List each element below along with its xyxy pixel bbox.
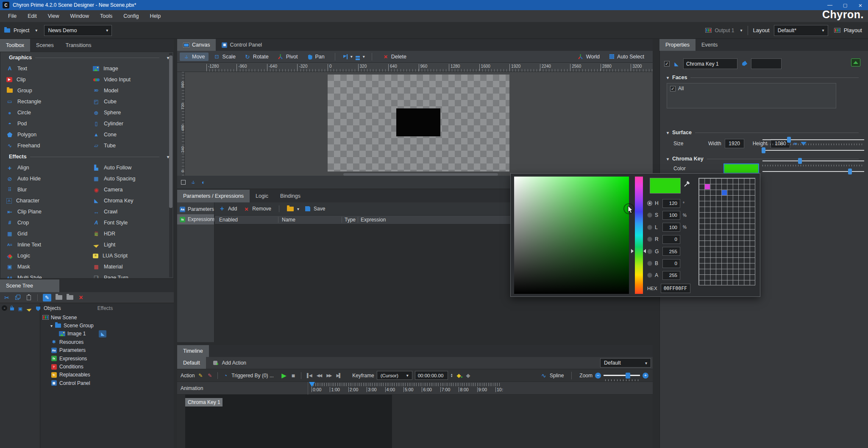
toolbox-item-cone[interactable]: ▲Cone — [87, 129, 173, 140]
chroma-key-badge-icon[interactable]: ◣ — [99, 330, 106, 337]
toolbox-item-camera[interactable]: ◉Camera — [87, 184, 173, 195]
import-folder-icon[interactable] — [56, 295, 62, 300]
delete-button[interactable]: ×Delete — [379, 53, 410, 61]
zoom-out-icon[interactable]: − — [595, 373, 601, 379]
parameters-side-button[interactable]: Aa Parameters — [177, 204, 214, 214]
layout-select[interactable]: Default*▾ — [774, 25, 828, 36]
hide-all-icon[interactable]: × — [2, 305, 7, 311]
add-button[interactable]: Add — [228, 206, 237, 212]
toolbox-item-polygon[interactable]: Polygon — [0, 129, 87, 140]
load-folder-icon[interactable] — [287, 207, 294, 211]
tree-item-conditions[interactable]: ?Conditions — [40, 362, 174, 371]
scene-image-object[interactable] — [396, 108, 440, 136]
timeline-tab[interactable]: Timeline — [177, 345, 209, 357]
toolbox-item-mask[interactable]: ▣Mask — [0, 261, 87, 272]
width-field[interactable]: 1920 — [725, 139, 744, 148]
hex-field[interactable]: 00FF00FF — [661, 284, 690, 293]
toolbox-item-blur[interactable]: ⠿Blur — [0, 184, 87, 195]
toolbox-item-pod[interactable]: ◓Pod — [0, 118, 87, 129]
saved-swatch[interactable] — [722, 190, 727, 195]
toolbox-scrollbar[interactable] — [169, 53, 172, 277]
next-keyframe-icon[interactable]: ▶▶ — [325, 373, 332, 378]
image-thumb-icon[interactable] — [851, 58, 860, 66]
toolbox-item-multi-style[interactable]: AAMulti Style — [0, 272, 87, 279]
solo-icon[interactable]: ▣ — [17, 305, 24, 312]
playout-button[interactable]: Playout — [844, 27, 862, 33]
toolbox-item-auto-hide[interactable]: ⊘Auto Hide — [0, 173, 87, 184]
toolbox-item-page-turn[interactable]: ❏Page Turn — [87, 272, 173, 279]
tab-parameters-expressions[interactable]: Parameters / Expressions — [177, 190, 250, 202]
load-caret-icon[interactable]: ▾ — [297, 207, 299, 211]
layers-caret-icon[interactable]: ▾ — [363, 54, 365, 59]
toolbox-item-circle[interactable]: ●Circle — [0, 107, 87, 118]
save-button[interactable]: Save — [314, 206, 325, 212]
faces-section-header[interactable]: ▾ Faces — [662, 75, 862, 80]
toolbox-item-chroma-key[interactable]: ◣Chroma Key — [87, 195, 173, 206]
project-caret-icon[interactable]: ▾ — [35, 28, 37, 33]
toolbox-item-light[interactable]: ◢Light — [87, 239, 173, 250]
spline-button[interactable]: Spline — [550, 373, 564, 379]
channel-value-field[interactable]: 0 — [662, 259, 680, 268]
move-tool-button[interactable]: ↔↕ Move — [180, 53, 209, 61]
toolbox-item-tube[interactable]: ▱Tube — [87, 140, 173, 151]
toolbox-item-image[interactable]: Image — [87, 63, 173, 74]
pan-tool-button[interactable]: Pan — [303, 53, 328, 61]
cut-icon[interactable]: ✂ — [3, 294, 10, 301]
light-toggle-icon[interactable]: ◢ — [25, 304, 34, 314]
toolbox-item-material[interactable]: ▩Material — [87, 261, 173, 272]
column-type[interactable]: Type — [342, 217, 358, 223]
toolbox-item-crop[interactable]: #Crop — [0, 217, 87, 228]
toolbox-item-character[interactable]: ACharacter — [0, 195, 87, 206]
tab-scenes[interactable]: Scenes — [30, 39, 60, 52]
menu-config[interactable]: Config — [118, 10, 144, 22]
toolbox-item-hdr[interactable]: ≋HDR — [87, 228, 173, 239]
menu-view[interactable]: View — [42, 10, 65, 22]
tab-logic[interactable]: Logic — [250, 190, 274, 202]
tab-properties[interactable]: Properties — [659, 39, 696, 51]
transform-icon[interactable]: ↔↕ — [190, 179, 197, 185]
channel-value-field[interactable]: 0 — [662, 235, 680, 244]
channel-value-field[interactable]: 100 — [662, 211, 680, 220]
faces-all-checkbox[interactable]: ✓ — [670, 86, 676, 91]
auto-select-button[interactable]: Auto Select — [605, 53, 648, 61]
toolbox-item-cube[interactable]: ◰Cube — [87, 96, 173, 107]
track-chroma-key[interactable]: Chroma Key 1 — [185, 398, 223, 407]
scene-select[interactable]: News Demo▾ — [44, 25, 112, 36]
channel-radio-b[interactable] — [647, 261, 652, 266]
go-start-icon[interactable]: ▌◀ — [306, 373, 313, 378]
channel-value-field[interactable]: 255 — [662, 247, 680, 256]
channel-radio-s[interactable] — [647, 213, 652, 218]
zoom-slider[interactable] — [604, 373, 640, 379]
tree-item-parameters[interactable]: AaParameters — [40, 346, 174, 354]
delete-node-icon[interactable]: × — [78, 294, 84, 301]
group-header-graphics[interactable]: Graphics▾ — [0, 52, 173, 63]
eyedropper-icon[interactable] — [684, 180, 690, 187]
objects-column-tab[interactable]: Objects — [44, 305, 61, 311]
menu-tools[interactable]: Tools — [95, 10, 118, 22]
column-name[interactable]: Name — [278, 217, 342, 223]
add-action-button[interactable]: Add Action — [222, 360, 246, 366]
scene-tree-tab[interactable]: Scene Tree — [0, 279, 59, 292]
triggered-by-button[interactable]: Triggered By (0) ... — [231, 373, 274, 379]
timecode-field[interactable]: 00:00:00.00 — [415, 371, 448, 380]
channel-radio-g[interactable] — [647, 249, 652, 254]
keyframe-add-icon[interactable]: ◆+ — [456, 372, 462, 379]
channel-radio-l[interactable] — [647, 225, 652, 230]
tab-bindings[interactable]: Bindings — [274, 190, 306, 202]
surface-section-header[interactable]: ▾ Surface — [662, 130, 862, 136]
channel-value-field[interactable]: 120 — [662, 199, 680, 208]
lock-icon[interactable] — [9, 305, 15, 312]
menu-help[interactable]: Help — [144, 10, 166, 22]
keyframe-remove-icon[interactable]: ◆ — [465, 372, 472, 379]
tab-events[interactable]: Events — [696, 39, 723, 51]
play-icon[interactable]: ▶ — [281, 372, 287, 379]
action-edit-icon[interactable]: ✎ — [197, 372, 204, 379]
keyframe-select[interactable]: (Cursor)▾ — [377, 371, 412, 380]
toolbox-item-auto-follow[interactable]: ▙Auto Follow — [87, 162, 173, 173]
zoom-in-icon[interactable]: + — [643, 373, 648, 379]
channel-radio-r[interactable] — [647, 237, 652, 242]
edit-icon[interactable]: ✎ — [43, 294, 51, 301]
toolbox-item-crawl[interactable]: ↔Crawl — [87, 206, 173, 217]
tab-transitions[interactable]: Transitions — [60, 39, 97, 52]
tree-item-scene-group[interactable]: ▾Scene Group — [40, 321, 174, 329]
